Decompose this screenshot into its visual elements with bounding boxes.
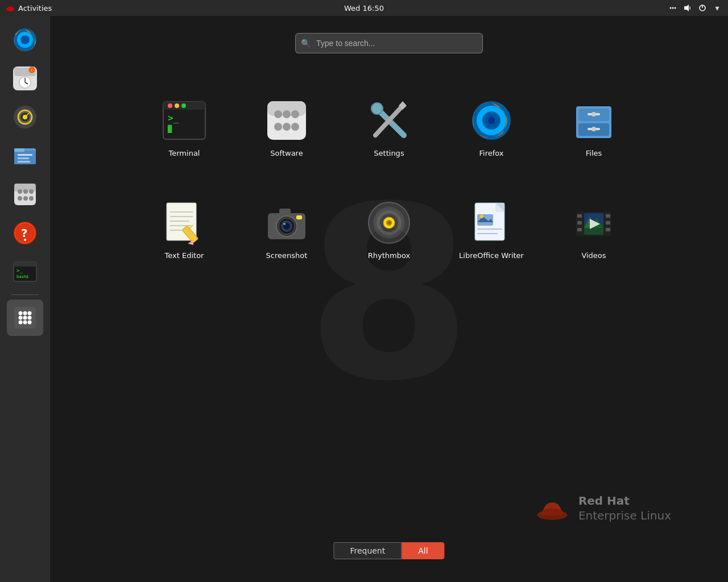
svg-point-100 [283, 223, 286, 225]
svg-point-69 [291, 123, 299, 131]
svg-point-71 [371, 103, 383, 114]
topbar: Activities Wed 16:50 ▾ [0, 0, 728, 16]
network-icon[interactable] [668, 3, 678, 13]
app-item-videos[interactable]: Videos [548, 191, 639, 269]
svg-point-3 [675, 7, 676, 9]
svg-rect-26 [18, 154, 32, 156]
svg-rect-120 [577, 214, 582, 218]
rhythmbox-app-label: Rhythmbox [368, 251, 410, 260]
search-bar: 🔍 [295, 33, 483, 53]
software-app-label: Software [270, 149, 303, 157]
videos-app-label: Videos [581, 251, 606, 260]
svg-point-52 [19, 321, 23, 325]
settings-app-label: Settings [374, 149, 404, 157]
app-item-screenshot[interactable]: Screenshot [241, 191, 332, 269]
text-editor-app-icon [162, 200, 207, 246]
tab-frequent[interactable]: Frequent [333, 542, 402, 559]
svg-point-33 [29, 189, 34, 194]
svg-point-49 [19, 316, 23, 320]
terminal-app-label: Terminal [169, 149, 200, 157]
svg-point-68 [283, 123, 291, 131]
redhat-line1: Red Hat [578, 493, 671, 508]
software-sidebar-icon [11, 181, 39, 208]
screenshot-app-label: Screenshot [266, 251, 308, 260]
app-item-libreoffice-writer[interactable]: LibreOffice Writer [446, 191, 537, 269]
svg-rect-102 [296, 215, 302, 219]
svg-point-10 [21, 36, 29, 44]
screenshot-app-icon [264, 200, 309, 246]
sound-icon [11, 103, 39, 131]
sidebar-item-app-grid[interactable] [7, 300, 43, 336]
app-grid-icon [11, 304, 39, 331]
system-tray: ▾ [668, 3, 722, 13]
dropdown-icon[interactable]: ▾ [712, 3, 722, 13]
app-item-files[interactable]: Files [548, 89, 639, 167]
main-content: 🔍 8 >_ █ Terminal [50, 16, 728, 582]
svg-text:>_: >_ [16, 268, 23, 273]
power-icon[interactable] [697, 3, 708, 13]
redhat-line2: Enterprise Linux [578, 508, 671, 523]
videos-app-icon [571, 200, 617, 246]
svg-rect-125 [606, 228, 610, 231]
svg-point-47 [23, 311, 27, 315]
sidebar: ! [0, 16, 50, 582]
svg-rect-25 [14, 148, 24, 152]
svg-point-58 [175, 103, 179, 108]
svg-text:!: ! [31, 68, 32, 72]
app-item-terminal[interactable]: >_ █ Terminal [139, 89, 230, 167]
svg-rect-27 [18, 157, 29, 159]
svg-point-35 [23, 196, 28, 201]
terminal-sidebar-icon: >_ bash$ [11, 258, 39, 285]
sidebar-item-clock[interactable]: ! [7, 60, 43, 97]
redhat-hat-icon [535, 491, 569, 525]
app-item-software[interactable]: Software [241, 89, 332, 167]
sidebar-item-files[interactable] [7, 138, 43, 174]
app-item-firefox[interactable]: Firefox [446, 89, 537, 167]
svg-rect-123 [606, 214, 610, 218]
svg-point-59 [181, 103, 186, 108]
svg-point-34 [18, 196, 22, 201]
text-editor-app-label: Text Editor [165, 251, 204, 260]
activities-button[interactable]: Activities [6, 3, 52, 13]
svg-point-78 [488, 117, 495, 124]
sidebar-item-terminal[interactable]: >_ bash$ [7, 253, 43, 290]
svg-text:bash$: bash$ [16, 275, 28, 279]
app-item-rhythmbox[interactable]: Rhythmbox [344, 191, 435, 269]
svg-point-85 [592, 127, 596, 131]
app-item-text-editor[interactable]: Text Editor [139, 191, 230, 269]
rhythmbox-app-icon [366, 200, 412, 246]
svg-text:█: █ [167, 124, 172, 133]
svg-marker-4 [684, 5, 689, 11]
libreoffice-writer-app-label: LibreOffice Writer [459, 251, 524, 260]
svg-rect-124 [606, 221, 610, 225]
svg-point-53 [23, 321, 27, 325]
search-input[interactable] [295, 33, 483, 53]
redhat-icon [6, 3, 15, 13]
sidebar-item-help[interactable]: ? [7, 215, 43, 251]
files-app-label: Files [586, 149, 602, 157]
sidebar-item-software[interactable] [7, 176, 43, 213]
files-app-icon [571, 98, 617, 143]
sidebar-item-sound[interactable] [7, 99, 43, 135]
volume-icon[interactable] [682, 3, 693, 13]
svg-point-84 [592, 112, 596, 117]
app-item-settings[interactable]: Settings [344, 89, 435, 167]
redhat-text: Red Hat Enterprise Linux [578, 493, 671, 523]
sidebar-item-firefox[interactable] [7, 22, 43, 58]
activities-label: Activities [18, 4, 52, 13]
files-sidebar-icon [11, 142, 39, 169]
terminal-app-icon: >_ █ [162, 98, 207, 143]
software-app-icon [264, 98, 309, 143]
tab-all[interactable]: All [402, 542, 444, 559]
svg-point-116 [480, 215, 483, 218]
libreoffice-writer-app-icon [469, 200, 514, 246]
svg-point-57 [168, 103, 172, 108]
bottom-tabs: Frequent All [333, 542, 444, 559]
svg-rect-28 [18, 161, 30, 163]
svg-point-67 [274, 123, 282, 131]
firefox-app-label: Firefox [479, 149, 503, 157]
clock-icon: ! [11, 65, 39, 92]
clock-display: Wed 16:50 [344, 4, 384, 13]
firefox-icon [11, 26, 39, 53]
svg-point-66 [291, 110, 299, 118]
